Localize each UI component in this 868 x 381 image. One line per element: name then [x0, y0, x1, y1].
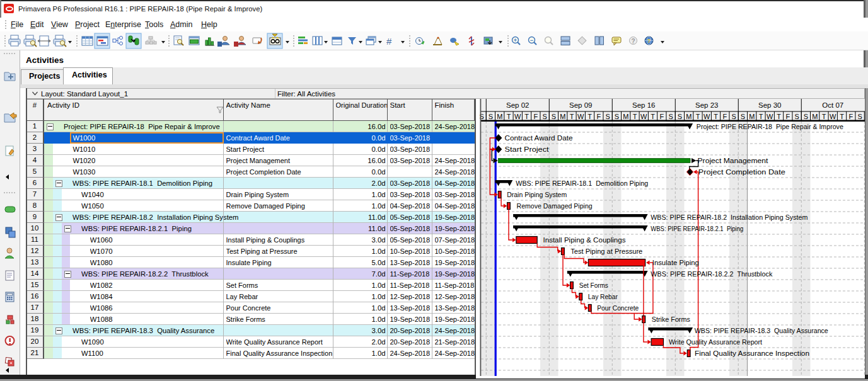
- svg-text:W: W: [640, 113, 647, 120]
- svg-text:WBS: PIPE REPAIR-18.1 Demolit: WBS: PIPE REPAIR-18.1 Demolition Piping: [516, 179, 648, 187]
- svg-text:S: S: [605, 113, 610, 120]
- svg-text:Sep 16: Sep 16: [632, 101, 655, 109]
- svg-text:Final Quality Assurance Inspec: Final Quality Assurance Inspection: [695, 350, 809, 357]
- svg-text:Contract Award Date: Contract Award Date: [505, 134, 573, 142]
- svg-text:M: M: [812, 113, 818, 120]
- svg-text:T: T: [587, 113, 592, 120]
- svg-text:W: W: [703, 113, 710, 120]
- svg-text:S: S: [678, 113, 682, 120]
- svg-text:T: T: [714, 113, 718, 120]
- svg-text:Project: PIPE REPAIR-18 Pipe: Project: PIPE REPAIR-18 Pipe Repair & Im…: [697, 123, 843, 130]
- svg-text:Project Management: Project Management: [698, 157, 769, 164]
- svg-text:M: M: [497, 113, 502, 120]
- svg-text:Sep 02: Sep 02: [506, 101, 529, 109]
- svg-text:M: M: [686, 113, 692, 120]
- svg-text:S: S: [804, 113, 808, 120]
- svg-text:T: T: [651, 113, 655, 120]
- svg-text:WBS: PIPE REPAIR-18.2 Install: WBS: PIPE REPAIR-18.2 Installation Pipin…: [651, 213, 807, 221]
- svg-text:W: W: [577, 113, 584, 120]
- svg-text:Install Piping & Couplings: Install Piping & Couplings: [543, 236, 626, 244]
- svg-text:S: S: [731, 113, 736, 120]
- svg-text:Oct 07: Oct 07: [822, 101, 843, 109]
- svg-text:T: T: [696, 113, 700, 120]
- svg-text:M: M: [749, 113, 755, 120]
- svg-text:Pour Concrete: Pour Concrete: [597, 304, 639, 312]
- svg-text:Sep 23: Sep 23: [695, 101, 718, 109]
- svg-text:WBS: PIPE REPAIR-18.2.1 Pipin: WBS: PIPE REPAIR-18.2.1 Piping: [651, 225, 743, 232]
- svg-text:?: ?: [647, 37, 651, 44]
- svg-text:S: S: [741, 113, 745, 120]
- svg-text:Remove Damaged Piping: Remove Damaged Piping: [517, 202, 593, 210]
- svg-text:T: T: [840, 113, 844, 120]
- svg-text:Sep 30: Sep 30: [758, 101, 781, 109]
- svg-text:T: T: [633, 113, 637, 120]
- svg-text:S: S: [857, 113, 862, 120]
- svg-text:WBS: PIPE REPAIR-18.3 Quality: WBS: PIPE REPAIR-18.3 Quality Assurance: [695, 327, 828, 334]
- svg-text:T: T: [759, 113, 763, 120]
- svg-text:Set Forms: Set Forms: [579, 281, 608, 289]
- svg-text:M: M: [623, 113, 628, 120]
- svg-text:T: T: [524, 113, 529, 120]
- svg-text:?: ?: [631, 38, 635, 45]
- svg-text:S: S: [542, 113, 547, 120]
- svg-text:S: S: [794, 113, 799, 120]
- svg-text:#: #: [386, 36, 392, 47]
- svg-text:S: S: [668, 113, 673, 120]
- svg-text:Lay Rebar: Lay Rebar: [588, 293, 618, 300]
- svg-text:Strike Forms: Strike Forms: [652, 316, 690, 323]
- svg-text:M: M: [560, 113, 565, 120]
- svg-text:F: F: [660, 113, 664, 120]
- svg-text:F: F: [597, 113, 601, 120]
- svg-text:+: +: [514, 37, 517, 43]
- svg-text:S: S: [615, 113, 619, 120]
- svg-text:T: T: [822, 113, 826, 120]
- svg-text:T: T: [570, 113, 574, 120]
- svg-text:W: W: [514, 113, 521, 120]
- svg-text:T: T: [507, 113, 511, 120]
- svg-text:F: F: [723, 113, 727, 120]
- svg-text:Drain Piping System: Drain Piping System: [507, 191, 567, 198]
- svg-text:Test Piping at Pressure: Test Piping at Pressure: [570, 247, 642, 255]
- svg-text:Start Project: Start Project: [505, 145, 550, 153]
- svg-text:S: S: [552, 113, 556, 120]
- svg-text:Sep 09: Sep 09: [569, 101, 592, 109]
- svg-text:S: S: [489, 113, 493, 120]
- svg-text:F: F: [534, 113, 538, 120]
- svg-text:Write Quality Assurance Report: Write Quality Assurance Report: [669, 338, 763, 346]
- svg-text:Insulate Piping: Insulate Piping: [652, 259, 699, 266]
- svg-text:F: F: [849, 113, 854, 120]
- svg-text:W: W: [767, 113, 773, 120]
- svg-text:Project Completion Date: Project Completion Date: [698, 168, 785, 176]
- svg-text:−: −: [530, 37, 533, 43]
- svg-text:F: F: [786, 113, 790, 120]
- svg-text:W: W: [830, 113, 836, 120]
- svg-text:T: T: [777, 113, 781, 120]
- svg-text:WBS: PIPE REPAIR-18.2.2 Thrus: WBS: PIPE REPAIR-18.2.2 Thrustblock: [651, 270, 772, 278]
